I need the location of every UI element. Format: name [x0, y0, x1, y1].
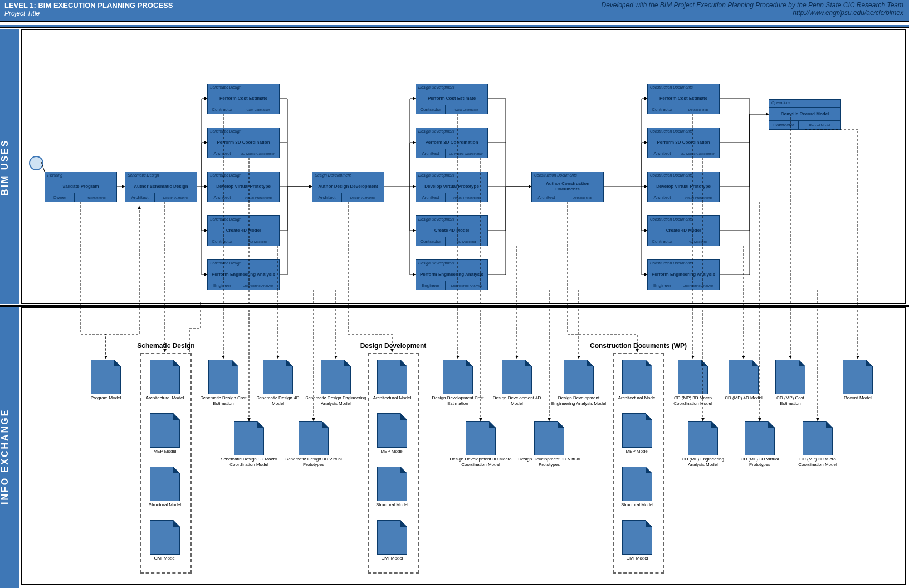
doc-sd-cost: Schematic Design Cost Estimation	[197, 360, 250, 406]
document-icon	[678, 360, 708, 394]
doc-dd-3dvp: Design Development 3D Virtual Prototypes	[518, 421, 580, 468]
doc-sd-arch: Architectural Model	[140, 360, 189, 401]
doc-sd-4d: Schematic Design 4D Model	[252, 360, 304, 406]
document-icon	[622, 413, 652, 448]
doc-dd-engm: Design Development Engineering Analysis …	[546, 360, 612, 406]
doc-cd-4d: CD (MP) 4D Model	[721, 360, 766, 401]
doc-cd-civil: Civil Model	[613, 520, 662, 561]
document-icon	[729, 360, 759, 394]
node-sd-eng: Schematic DesignPerform Engineering Anal…	[207, 259, 280, 290]
doc-cd-arch: Architectural Model	[613, 360, 662, 401]
doc-cd-cost: CD (MP) Cost Estimation	[768, 360, 813, 406]
start-circle	[29, 156, 43, 170]
document-icon	[564, 360, 594, 394]
group-label: Design Development	[360, 342, 427, 350]
document-icon	[443, 360, 473, 394]
doc-dd-arch: Architectural Model	[368, 360, 417, 401]
document-icon	[803, 421, 833, 455]
node-cd-4d: Construction DocumentsCreate 4D Model Co…	[647, 215, 720, 246]
doc-sd-civil: Civil Model	[140, 520, 189, 561]
node-dd-vp: Design DevelopmentDevelop Virtual Protot…	[416, 171, 488, 202]
document-icon	[377, 413, 407, 448]
document-icon	[775, 360, 805, 394]
doc-dd-struct: Structural Model	[368, 467, 417, 508]
credit-block: Developed with the BIM Project Execution…	[601, 1, 903, 17]
doc-sd-3dvp: Schematic Design 3D Virtual Prototypes	[284, 421, 343, 468]
doc-cd-engm: CD (MP) Engineering Analysis Model	[674, 421, 732, 468]
page-subtitle: Project Title	[4, 9, 173, 17]
doc-sd-3dmacro: Schematic Design 3D Macro Coordination M…	[216, 421, 282, 468]
page-title: LEVEL 1: BIM EXECUTION PLANNING PROCESS	[4, 1, 173, 9]
node-sd-vp: Schematic DesignDevelop Virtual Prototyp…	[207, 171, 280, 202]
document-icon	[91, 360, 121, 394]
node-sd-4d: Schematic DesignCreate 4D Model Contract…	[207, 215, 280, 246]
doc-record-model: Record Model	[833, 360, 882, 401]
doc-dd-civil: Civil Model	[368, 520, 417, 561]
doc-dd-3dmacro: Design Development 3D Macro Coordination…	[446, 421, 516, 468]
document-icon	[234, 421, 264, 455]
doc-cd-3dmicro: CD (MP) 3D Micro Coordination Model	[790, 421, 846, 468]
doc-sd-engm: Schematic Design Engineering Analysis Mo…	[305, 360, 366, 406]
document-icon	[299, 421, 329, 455]
node-cd-cost: Construction DocumentsPerform Cost Estim…	[647, 84, 720, 114]
lane-split	[0, 305, 909, 307]
diagram-page: LEVEL 1: BIM EXECUTION PLANNING PROCESS …	[0, 0, 909, 588]
document-icon	[622, 520, 652, 555]
node-author-cd: Construction DocumentsAuthor Constructio…	[531, 171, 604, 202]
document-icon	[688, 421, 718, 455]
doc-sd-mep: MEP Model	[140, 413, 189, 454]
document-icon	[377, 360, 407, 394]
document-icon	[150, 413, 180, 448]
document-icon	[466, 421, 496, 455]
document-icon	[377, 467, 407, 501]
node-cd-vp: Construction DocumentsDevelop Virtual Pr…	[647, 171, 720, 202]
credit-line-1: Developed with the BIM Project Execution…	[601, 1, 903, 9]
node-compile-record: OperationsCompile Record Model Contracto…	[769, 99, 841, 130]
document-icon	[208, 360, 238, 394]
node-dd-4d: Design DevelopmentCreate 4D Model Contra…	[416, 215, 488, 246]
node-cd-3d: Construction DocumentsPerform 3D Coordin…	[647, 128, 720, 158]
document-icon	[150, 520, 180, 555]
document-icon	[263, 360, 293, 394]
document-icon	[377, 520, 407, 555]
document-icon	[622, 467, 652, 501]
doc-program-model: Program Model	[81, 360, 130, 401]
document-icon	[622, 360, 652, 394]
doc-cd-3dmacro: CD (MP) 3D Macro Coordination Model	[666, 360, 720, 406]
node-author-schematic: Schematic Design Author Schematic Design…	[125, 171, 197, 202]
group-label: Construction Documents (WP)	[588, 342, 688, 350]
node-author-dd: Design DevelopmentAuthor Design Developm…	[312, 171, 384, 202]
document-icon	[534, 421, 564, 455]
info-exchange-label: INFO EXCHANGE	[0, 390, 19, 523]
doc-dd-cost: Design Development Cost Estimation	[429, 360, 487, 406]
node-dd-3d: Design DevelopmentPerform 3D Coordinatio…	[416, 128, 488, 158]
node-dd-cost: Design DevelopmentPerform Cost Estimate …	[416, 84, 488, 114]
doc-dd-mep: MEP Model	[368, 413, 417, 454]
title-block: LEVEL 1: BIM EXECUTION PLANNING PROCESS …	[4, 1, 173, 17]
document-icon	[502, 360, 532, 394]
node-sd-cost: Schematic DesignPerform Cost Estimate Co…	[207, 84, 280, 114]
document-icon	[321, 360, 351, 394]
node-validate-program: Planning Validate Program OwnerProgrammi…	[45, 171, 117, 202]
document-icon	[843, 360, 873, 394]
title-bar: LEVEL 1: BIM EXECUTION PLANNING PROCESS …	[0, 0, 909, 22]
doc-sd-struct: Structural Model	[140, 467, 189, 508]
header-divider	[0, 24, 909, 28]
doc-cd-3dvp: CD (MP) 3D Virtual Prototypes	[733, 421, 786, 468]
doc-dd-4d: Design Development 4D Model	[488, 360, 546, 406]
doc-cd-mep: MEP Model	[613, 413, 662, 454]
document-icon	[150, 467, 180, 501]
doc-cd-struct: Structural Model	[613, 467, 662, 508]
document-icon	[150, 360, 180, 394]
node-dd-eng: Design DevelopmentPerform Engineering An…	[416, 259, 488, 290]
credit-line-2: http://www.engr/psu.edu/ae/cic/bimex	[601, 9, 903, 17]
group-label: Schematic Design	[137, 342, 194, 350]
node-sd-3d: Schematic DesignPerform 3D Coordination …	[207, 128, 280, 158]
document-icon	[745, 421, 775, 455]
node-cd-eng: Construction DocumentsPerform Engineerin…	[647, 259, 720, 290]
bim-uses-label: BIM USES	[0, 100, 19, 234]
